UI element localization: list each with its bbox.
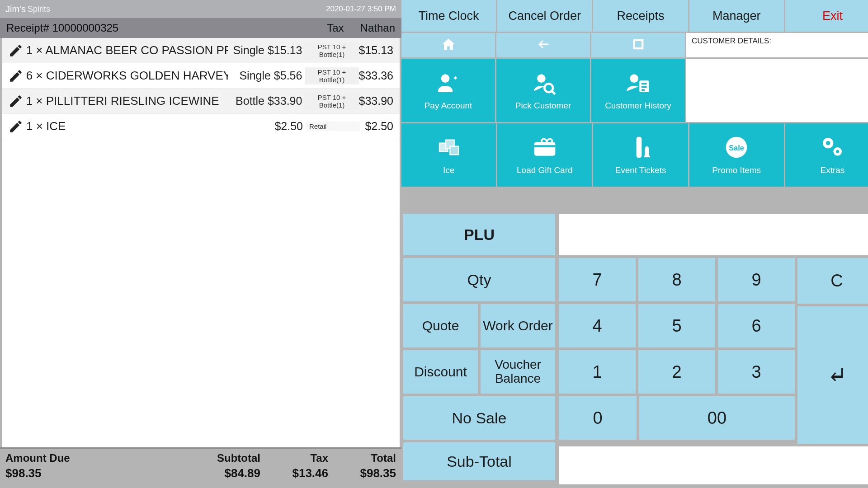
key-8[interactable]: 8	[638, 258, 715, 301]
receipts-button[interactable]: Receipts	[593, 0, 688, 32]
pay-account-tile[interactable]: Pay Account	[401, 59, 495, 122]
key-2[interactable]: 2	[638, 350, 715, 394]
store-name: Jim's	[5, 4, 26, 14]
discount-button[interactable]: Discount	[403, 350, 478, 394]
edit-icon[interactable]	[5, 119, 26, 134]
line-ext: $33.90	[359, 94, 395, 108]
voucher-balance-button[interactable]: Voucher Balance	[481, 350, 555, 394]
totals-bar: Amount Due $98.35 Subtotal $84.89 Tax $1…	[0, 447, 401, 488]
quote-button[interactable]: Quote	[403, 304, 478, 347]
plu-button[interactable]: PLU	[403, 214, 555, 255]
function-keys: PLU Qty Quote Work Order Discount Vouche…	[403, 214, 555, 484]
cancel-order-button[interactable]: Cancel Order	[497, 0, 592, 32]
tile-label: Event Tickets	[615, 165, 666, 175]
key-9[interactable]: 9	[718, 258, 795, 301]
total-label: Total	[328, 452, 396, 465]
tiles-area: Pay Account Pick Customer Customer Histo…	[401, 59, 868, 187]
tile-label: Pick Customer	[515, 101, 571, 111]
line-desc: 1 × ICE	[26, 119, 228, 133]
tax-value: $13.46	[260, 466, 328, 480]
line-unit: Single $5.56	[228, 69, 302, 82]
subtotal-label: Subtotal	[193, 452, 260, 465]
tax-column-label: Tax	[327, 22, 344, 34]
line-ext: $15.13	[359, 44, 395, 57]
line-unit: Bottle $33.90	[228, 94, 302, 108]
line-ext: $2.50	[360, 120, 395, 133]
key-clear[interactable]: C	[797, 258, 868, 304]
line-desc: 6 × CIDERWORKS GOLDEN HARVEY	[26, 69, 228, 83]
tile-label: Load Gift Card	[517, 165, 573, 175]
gears-icon	[820, 135, 845, 160]
svg-point-1	[537, 74, 546, 83]
customer-history-icon	[626, 70, 651, 95]
svg-point-14	[826, 141, 830, 145]
key-7[interactable]: 7	[559, 258, 636, 301]
svg-text:Sale: Sale	[729, 144, 744, 152]
work-order-button[interactable]: Work Order	[481, 304, 555, 347]
enter-icon	[828, 363, 846, 387]
svg-rect-7	[450, 146, 458, 155]
pos-app: Jim's Spirits 2020-01-27 3:50 PM Receipt…	[0, 0, 868, 488]
home-button[interactable]	[401, 33, 495, 57]
back-button[interactable]	[496, 33, 590, 57]
receipt-line[interactable]: 1 × ALMANAC BEER CO PASSION PROJEC Singl…	[2, 38, 400, 63]
qty-button[interactable]: Qty	[403, 258, 555, 301]
event-tickets-tile[interactable]: Event Tickets	[593, 123, 688, 187]
edit-icon[interactable]	[5, 43, 26, 58]
ice-icon	[436, 135, 462, 160]
edit-icon[interactable]	[5, 94, 26, 109]
line-desc: 1 × ALMANAC BEER CO PASSION PROJEC	[26, 43, 228, 57]
sub-total-button[interactable]: Sub-Total	[403, 442, 555, 480]
receipt-line[interactable]: 6 × CIDERWORKS GOLDEN HARVEY Single $5.5…	[2, 63, 400, 89]
receipt-column: Jim's Spirits 2020-01-27 3:50 PM Receipt…	[0, 0, 401, 488]
subtotal-value: $84.89	[193, 466, 260, 480]
wine-icon	[628, 135, 653, 160]
action-column: Time Clock Cancel Order Receipts Manager…	[401, 0, 868, 488]
tiles-row-2: Ice Load Gift Card Event Tickets Sale Pr…	[401, 123, 868, 187]
line-desc: 1 × PILLITTERI RIESLING ICEWINE	[26, 94, 228, 108]
gift-card-icon	[532, 135, 557, 160]
customer-history-tile[interactable]: Customer History	[591, 59, 685, 122]
home-icon	[441, 37, 456, 54]
pick-customer-icon	[531, 70, 556, 95]
datetime: 2020-01-27 3:50 PM	[326, 5, 396, 14]
line-ext: $33.36	[359, 69, 395, 82]
manager-button[interactable]: Manager	[689, 0, 784, 32]
line-taxcode: Retail	[306, 122, 360, 131]
tile-label: Extras	[820, 165, 844, 175]
key-1[interactable]: 1	[559, 350, 636, 394]
tile-label: Pay Account	[425, 101, 472, 111]
total-value: $98.35	[328, 466, 396, 480]
tile-label: Ice	[443, 165, 454, 175]
svg-point-16	[836, 150, 840, 153]
edit-icon[interactable]	[5, 68, 26, 84]
key-5[interactable]: 5	[638, 304, 715, 347]
keypad-area: PLU Qty Quote Work Order Discount Vouche…	[401, 212, 868, 488]
line-taxcode: PST 10 + Bottle(1)	[305, 93, 359, 110]
promo-items-tile[interactable]: Sale Promo Items	[689, 123, 784, 187]
entry-display[interactable]	[559, 214, 868, 255]
exit-button[interactable]: Exit	[785, 0, 868, 32]
key-6[interactable]: 6	[718, 304, 795, 347]
key-0[interactable]: 0	[559, 396, 637, 440]
time-clock-button[interactable]: Time Clock	[401, 0, 496, 32]
amount-due-value: $98.35	[5, 466, 193, 480]
amount-due-label: Amount Due	[5, 452, 193, 465]
line-taxcode: PST 10 + Bottle(1)	[305, 67, 359, 84]
no-sale-button[interactable]: No Sale	[403, 396, 555, 440]
receipt-line[interactable]: 1 × ICE $2.50 Retail $2.50	[2, 114, 400, 139]
key-4[interactable]: 4	[559, 304, 636, 347]
extras-tile[interactable]: Extras	[785, 123, 868, 187]
pick-customer-tile[interactable]: Pick Customer	[496, 59, 590, 122]
screen-button[interactable]	[591, 33, 685, 57]
load-gift-card-tile[interactable]: Load Gift Card	[497, 123, 592, 187]
key-enter[interactable]	[797, 306, 868, 444]
receipt-header: Receipt# 10000000325 Tax Nathan	[0, 18, 401, 38]
key-3[interactable]: 3	[718, 350, 795, 394]
title-bar: Jim's Spirits 2020-01-27 3:50 PM	[0, 0, 401, 18]
svg-rect-9	[637, 137, 642, 158]
ice-tile[interactable]: Ice	[401, 123, 496, 187]
key-00[interactable]: 00	[639, 396, 795, 440]
receipt-line[interactable]: 1 × PILLITTERI RIESLING ICEWINE Bottle $…	[2, 89, 400, 114]
sale-badge-icon: Sale	[724, 135, 749, 160]
